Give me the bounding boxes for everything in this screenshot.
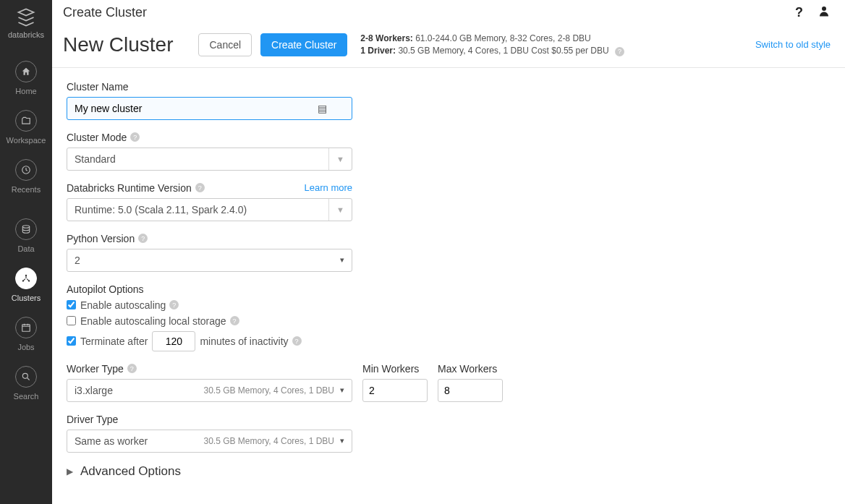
user-icon[interactable] — [818, 4, 831, 21]
help-icon[interactable]: ? — [615, 47, 624, 56]
advanced-options-label: Advanced Options — [80, 464, 181, 479]
help-icon[interactable]: ? — [230, 316, 239, 325]
chevron-down-icon: ▼ — [328, 148, 344, 170]
learn-more-link[interactable]: Learn more — [305, 182, 352, 193]
sidebar-item-label: Jobs — [17, 343, 34, 351]
sidebar-brand: databricks — [8, 30, 44, 39]
folder-icon — [15, 110, 37, 132]
terminate-prefix: Terminate after — [80, 336, 148, 347]
enable-local-storage-checkbox[interactable] — [67, 316, 76, 325]
cluster-mode-label: Cluster Mode — [67, 132, 127, 143]
help-icon[interactable]: ? — [127, 364, 137, 373]
calendar-icon — [15, 317, 37, 338]
cluster-form: Cluster Name ▤ Cluster Mode? Standard ▼ … — [52, 68, 573, 492]
runtime-select[interactable]: Runtime: 5.0 (Scala 2.11, Spark 2.4.0) ▼ — [67, 198, 352, 221]
topbar: Create Cluster ? — [52, 0, 845, 25]
enable-autoscaling-checkbox[interactable] — [67, 300, 76, 309]
max-workers-label: Max Workers — [438, 363, 503, 375]
switch-style-link[interactable]: Switch to old style — [755, 39, 831, 50]
updown-icon: ▾ — [340, 255, 344, 265]
chevron-right-icon: ▶ — [67, 466, 73, 477]
svg-point-1 — [22, 226, 29, 228]
terminate-minutes-input[interactable] — [152, 331, 195, 351]
chevron-down-icon: ▼ — [328, 199, 344, 221]
worker-type-value: i3.xlarge — [75, 385, 203, 396]
python-select[interactable]: 2 ▾ — [67, 249, 352, 272]
min-workers-label: Min Workers — [362, 363, 428, 375]
database-icon — [15, 218, 37, 240]
cancel-button[interactable]: Cancel — [198, 33, 252, 56]
help-icon[interactable]: ? — [292, 336, 302, 346]
sidebar-item-jobs[interactable]: Jobs — [0, 309, 52, 359]
svg-rect-5 — [22, 325, 30, 331]
help-icon[interactable]: ? — [195, 183, 205, 192]
worker-type-detail: 30.5 GB Memory, 4 Cores, 1 DBU — [203, 385, 334, 396]
driver-type-value: Same as worker — [75, 435, 203, 447]
sidebar-item-label: Home — [15, 87, 36, 95]
clock-icon — [15, 159, 37, 181]
help-icon[interactable]: ? — [138, 234, 148, 243]
stats-workers-value: 61.0-244.0 GB Memory, 8-32 Cores, 2-8 DB… — [415, 33, 591, 43]
sidebar-item-home[interactable]: Home — [0, 54, 52, 103]
home-icon — [15, 61, 37, 82]
sidebar-item-workspace[interactable]: Workspace — [0, 103, 52, 152]
cluster-name-label: Cluster Name — [67, 81, 559, 93]
worker-type-label: Worker Type — [67, 363, 124, 375]
sidebar-item-label: Data — [17, 244, 34, 253]
enable-autoscaling-label: Enable autoscaling — [80, 299, 166, 311]
runtime-value: Runtime: 5.0 (Scala 2.11, Spark 2.4.0) — [75, 204, 328, 215]
help-icon[interactable]: ? — [169, 300, 179, 309]
enable-local-storage-label: Enable autoscaling local storage — [80, 315, 226, 327]
cluster-stats: 2-8 Workers: 61.0-244.0 GB Memory, 8-32 … — [360, 33, 624, 57]
driver-type-detail: 30.5 GB Memory, 4 Cores, 1 DBU — [203, 436, 334, 446]
driver-type-label: Driver Type — [67, 414, 559, 425]
sidebar-item-data[interactable]: Data — [0, 211, 52, 260]
cluster-name-input[interactable] — [75, 103, 318, 114]
sidebar-item-search[interactable]: Search — [0, 359, 52, 408]
page-title: New Cluster — [63, 33, 173, 56]
sidebar-item-label: Clusters — [12, 294, 41, 302]
terminate-suffix: minutes of inactivity — [200, 336, 288, 347]
cluster-name-input-wrap: ▤ — [67, 97, 352, 120]
cluster-mode-select[interactable]: Standard ▼ — [67, 148, 352, 171]
stats-driver-label: 1 Driver: — [360, 46, 396, 56]
databricks-logo-icon — [16, 7, 36, 27]
search-icon — [15, 366, 37, 388]
autopilot-label: Autopilot Options — [67, 283, 559, 295]
sidebar-item-label: Recents — [12, 185, 41, 194]
main-content: Create Cluster ? New Cluster Cancel Crea… — [52, 0, 845, 504]
help-icon[interactable]: ? — [130, 132, 140, 142]
sidebar-item-label: Workspace — [7, 136, 46, 145]
stats-driver-value: 30.5 GB Memory, 4 Cores, 1 DBU Cost $0.5… — [398, 46, 608, 56]
runtime-label: Databricks Runtime Version — [67, 182, 192, 194]
help-icon[interactable]: ? — [795, 5, 803, 20]
driver-type-select[interactable]: Same as worker 30.5 GB Memory, 4 Cores, … — [67, 430, 352, 453]
min-workers-input[interactable] — [362, 379, 428, 402]
worker-type-select[interactable]: i3.xlarge 30.5 GB Memory, 4 Cores, 1 DBU… — [67, 379, 352, 402]
advanced-options-toggle[interactable]: ▶ Advanced Options — [67, 464, 559, 479]
create-cluster-button[interactable]: Create Cluster — [260, 33, 347, 56]
sidebar: databricks Home Workspace Recents Data C… — [0, 0, 52, 504]
cluster-mode-value: Standard — [75, 153, 328, 165]
id-card-icon[interactable]: ▤ — [318, 103, 327, 114]
python-label: Python Version — [67, 233, 135, 244]
clusters-icon — [15, 268, 37, 289]
sidebar-item-label: Search — [14, 392, 39, 401]
header-row: New Cluster Cancel Create Cluster 2-8 Wo… — [52, 25, 845, 68]
svg-point-2 — [25, 275, 27, 276]
python-value: 2 — [75, 255, 340, 266]
breadcrumb-title: Create Cluster — [63, 5, 147, 20]
max-workers-input[interactable] — [438, 379, 503, 402]
updown-icon: ▾ — [340, 385, 344, 395]
updown-icon: ▾ — [340, 436, 344, 445]
stats-workers-label: 2-8 Workers: — [360, 33, 412, 43]
svg-point-6 — [22, 373, 27, 378]
sidebar-item-clusters[interactable]: Clusters — [0, 260, 52, 309]
terminate-checkbox[interactable] — [67, 336, 76, 346]
svg-point-7 — [822, 7, 826, 11]
sidebar-item-recents[interactable]: Recents — [0, 152, 52, 201]
